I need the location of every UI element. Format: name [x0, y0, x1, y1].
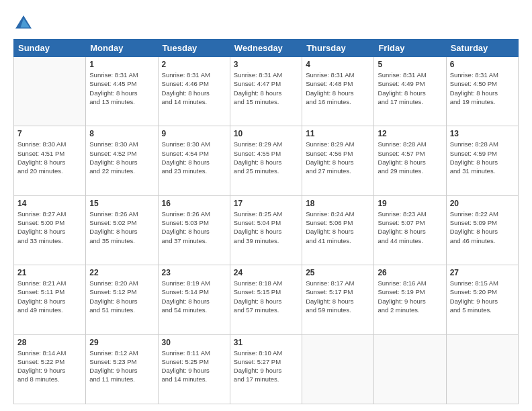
header-day-monday: Monday: [86, 40, 158, 57]
day-info: Sunrise: 8:22 AM Sunset: 5:09 PM Dayligh…: [450, 210, 515, 245]
calendar-cell: 20Sunrise: 8:22 AM Sunset: 5:09 PM Dayli…: [446, 195, 518, 265]
calendar-cell: 7Sunrise: 8:30 AM Sunset: 4:51 PM Daylig…: [14, 126, 86, 195]
day-info: Sunrise: 8:14 AM Sunset: 5:22 PM Dayligh…: [17, 349, 82, 384]
day-info: Sunrise: 8:25 AM Sunset: 5:04 PM Dayligh…: [234, 210, 298, 245]
day-number: 5: [378, 60, 442, 69]
week-row-5: 28Sunrise: 8:14 AM Sunset: 5:22 PM Dayli…: [14, 334, 519, 404]
calendar-cell: 22Sunrise: 8:20 AM Sunset: 5:12 PM Dayli…: [86, 265, 158, 334]
day-info: Sunrise: 8:31 AM Sunset: 4:45 PM Dayligh…: [89, 71, 154, 106]
day-info: Sunrise: 8:31 AM Sunset: 4:49 PM Dayligh…: [378, 71, 442, 106]
day-info: Sunrise: 8:20 AM Sunset: 5:12 PM Dayligh…: [89, 279, 154, 314]
day-number: 19: [378, 199, 442, 208]
day-info: Sunrise: 8:28 AM Sunset: 4:59 PM Dayligh…: [450, 140, 515, 175]
calendar-cell: [374, 334, 446, 404]
day-info: Sunrise: 8:30 AM Sunset: 4:51 PM Dayligh…: [17, 140, 82, 175]
header-day-wednesday: Wednesday: [230, 40, 302, 57]
day-number: 28: [17, 338, 82, 347]
calendar-body: 1Sunrise: 8:31 AM Sunset: 4:45 PM Daylig…: [14, 57, 519, 404]
calendar-cell: 10Sunrise: 8:29 AM Sunset: 4:55 PM Dayli…: [230, 126, 302, 195]
day-info: Sunrise: 8:31 AM Sunset: 4:50 PM Dayligh…: [450, 71, 515, 106]
day-number: 20: [450, 199, 515, 208]
calendar-cell: 1Sunrise: 8:31 AM Sunset: 4:45 PM Daylig…: [86, 57, 158, 126]
header-day-thursday: Thursday: [302, 40, 374, 57]
week-row-2: 7Sunrise: 8:30 AM Sunset: 4:51 PM Daylig…: [14, 126, 519, 195]
day-number: 31: [234, 338, 298, 347]
calendar-cell: 28Sunrise: 8:14 AM Sunset: 5:22 PM Dayli…: [14, 334, 86, 404]
day-info: Sunrise: 8:10 AM Sunset: 5:27 PM Dayligh…: [234, 349, 298, 384]
calendar-cell: 24Sunrise: 8:18 AM Sunset: 5:15 PM Dayli…: [230, 265, 302, 334]
calendar-cell: 14Sunrise: 8:27 AM Sunset: 5:00 PM Dayli…: [14, 195, 86, 265]
week-row-4: 21Sunrise: 8:21 AM Sunset: 5:11 PM Dayli…: [14, 265, 519, 334]
day-number: 13: [450, 129, 515, 138]
day-number: 17: [234, 199, 298, 208]
header-day-sunday: Sunday: [14, 40, 86, 57]
day-info: Sunrise: 8:18 AM Sunset: 5:15 PM Dayligh…: [234, 279, 298, 314]
day-number: 27: [450, 268, 515, 277]
day-info: Sunrise: 8:23 AM Sunset: 5:07 PM Dayligh…: [378, 210, 442, 245]
calendar-cell: 26Sunrise: 8:16 AM Sunset: 5:19 PM Dayli…: [374, 265, 446, 334]
calendar-header-row: SundayMondayTuesdayWednesdayThursdayFrid…: [14, 40, 519, 57]
day-number: 16: [162, 199, 226, 208]
calendar-cell: 30Sunrise: 8:11 AM Sunset: 5:25 PM Dayli…: [158, 334, 230, 404]
calendar-cell: [302, 334, 374, 404]
calendar-cell: 31Sunrise: 8:10 AM Sunset: 5:27 PM Dayli…: [230, 334, 302, 404]
day-info: Sunrise: 8:24 AM Sunset: 5:06 PM Dayligh…: [306, 210, 370, 245]
calendar-cell: 13Sunrise: 8:28 AM Sunset: 4:59 PM Dayli…: [446, 126, 518, 195]
calendar-cell: 25Sunrise: 8:17 AM Sunset: 5:17 PM Dayli…: [302, 265, 374, 334]
day-number: 8: [89, 129, 154, 138]
day-number: 12: [378, 129, 442, 138]
day-info: Sunrise: 8:16 AM Sunset: 5:19 PM Dayligh…: [378, 279, 442, 314]
day-info: Sunrise: 8:11 AM Sunset: 5:25 PM Dayligh…: [162, 349, 226, 384]
day-info: Sunrise: 8:21 AM Sunset: 5:11 PM Dayligh…: [17, 279, 82, 314]
header-day-saturday: Saturday: [446, 40, 518, 57]
day-info: Sunrise: 8:29 AM Sunset: 4:55 PM Dayligh…: [234, 140, 298, 175]
day-number: 3: [234, 60, 298, 69]
day-number: 4: [306, 60, 370, 69]
day-info: Sunrise: 8:29 AM Sunset: 4:56 PM Dayligh…: [306, 140, 370, 175]
day-number: 11: [306, 129, 370, 138]
day-number: 14: [17, 199, 82, 208]
header: [13, 13, 519, 34]
day-info: Sunrise: 8:17 AM Sunset: 5:17 PM Dayligh…: [306, 279, 370, 314]
day-number: 24: [234, 268, 298, 277]
day-info: Sunrise: 8:26 AM Sunset: 5:02 PM Dayligh…: [89, 210, 154, 245]
day-info: Sunrise: 8:31 AM Sunset: 4:47 PM Dayligh…: [234, 71, 298, 106]
day-number: 1: [89, 60, 154, 69]
page: SundayMondayTuesdayWednesdayThursdayFrid…: [0, 0, 532, 411]
calendar-cell: 8Sunrise: 8:30 AM Sunset: 4:52 PM Daylig…: [86, 126, 158, 195]
day-number: 26: [378, 268, 442, 277]
day-info: Sunrise: 8:31 AM Sunset: 4:46 PM Dayligh…: [162, 71, 226, 106]
calendar-cell: 2Sunrise: 8:31 AM Sunset: 4:46 PM Daylig…: [158, 57, 230, 126]
header-day-friday: Friday: [374, 40, 446, 57]
day-info: Sunrise: 8:27 AM Sunset: 5:00 PM Dayligh…: [17, 210, 82, 245]
calendar-cell: [446, 334, 518, 404]
day-number: 18: [306, 199, 370, 208]
day-number: 21: [17, 268, 82, 277]
day-info: Sunrise: 8:26 AM Sunset: 5:03 PM Dayligh…: [162, 210, 226, 245]
day-number: 25: [306, 268, 370, 277]
day-info: Sunrise: 8:28 AM Sunset: 4:57 PM Dayligh…: [378, 140, 442, 175]
day-info: Sunrise: 8:30 AM Sunset: 4:54 PM Dayligh…: [162, 140, 226, 175]
day-number: 23: [162, 268, 226, 277]
calendar-cell: 16Sunrise: 8:26 AM Sunset: 5:03 PM Dayli…: [158, 195, 230, 265]
header-day-tuesday: Tuesday: [158, 40, 230, 57]
calendar-cell: 27Sunrise: 8:15 AM Sunset: 5:20 PM Dayli…: [446, 265, 518, 334]
calendar-cell: 29Sunrise: 8:12 AM Sunset: 5:23 PM Dayli…: [86, 334, 158, 404]
day-number: 15: [89, 199, 154, 208]
calendar-cell: 19Sunrise: 8:23 AM Sunset: 5:07 PM Dayli…: [374, 195, 446, 265]
day-number: 9: [162, 129, 226, 138]
day-number: 6: [450, 60, 515, 69]
logo-icon: [13, 13, 34, 34]
calendar-cell: 17Sunrise: 8:25 AM Sunset: 5:04 PM Dayli…: [230, 195, 302, 265]
calendar-cell: 11Sunrise: 8:29 AM Sunset: 4:56 PM Dayli…: [302, 126, 374, 195]
calendar-cell: 9Sunrise: 8:30 AM Sunset: 4:54 PM Daylig…: [158, 126, 230, 195]
calendar-cell: 12Sunrise: 8:28 AM Sunset: 4:57 PM Dayli…: [374, 126, 446, 195]
day-number: 7: [17, 129, 82, 138]
calendar-cell: 18Sunrise: 8:24 AM Sunset: 5:06 PM Dayli…: [302, 195, 374, 265]
calendar-cell: 4Sunrise: 8:31 AM Sunset: 4:48 PM Daylig…: [302, 57, 374, 126]
calendar-cell: 5Sunrise: 8:31 AM Sunset: 4:49 PM Daylig…: [374, 57, 446, 126]
day-info: Sunrise: 8:30 AM Sunset: 4:52 PM Dayligh…: [89, 140, 154, 175]
day-number: 22: [89, 268, 154, 277]
calendar-cell: 23Sunrise: 8:19 AM Sunset: 5:14 PM Dayli…: [158, 265, 230, 334]
day-info: Sunrise: 8:12 AM Sunset: 5:23 PM Dayligh…: [89, 349, 154, 384]
